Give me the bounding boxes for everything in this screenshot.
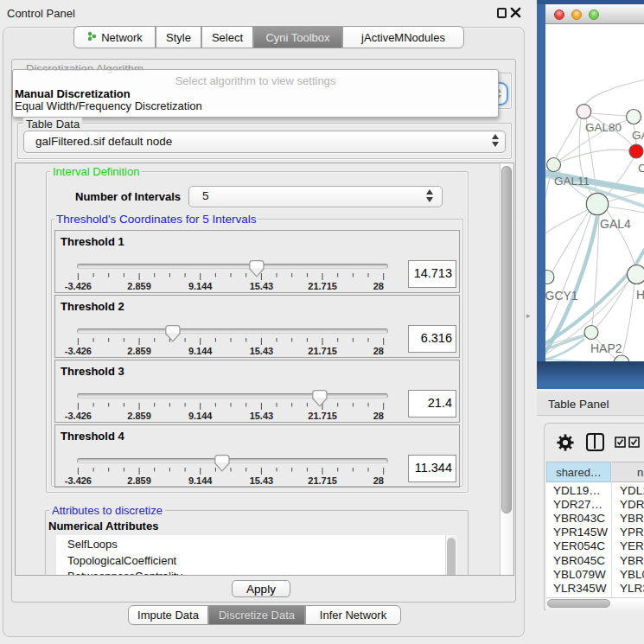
svg-text:GA: GA bbox=[632, 129, 644, 142]
svg-text:HAP2: HAP2 bbox=[590, 341, 622, 355]
svg-text:C: C bbox=[638, 162, 644, 175]
svg-text:H: H bbox=[636, 288, 644, 302]
svg-text:GCY1: GCY1 bbox=[545, 289, 578, 303]
svg-text:GAL80: GAL80 bbox=[585, 121, 622, 134]
svg-text:GAL11: GAL11 bbox=[554, 175, 590, 188]
svg-text:GAL4: GAL4 bbox=[600, 217, 631, 231]
